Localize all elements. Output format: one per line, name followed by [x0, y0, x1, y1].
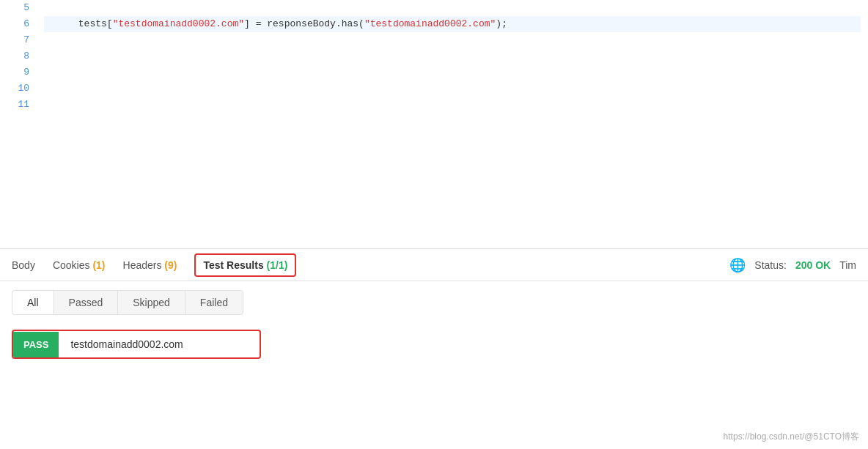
line-num-5: 5 [7, 0, 29, 16]
tab-headers[interactable]: Headers (9) [123, 252, 177, 278]
code-editor: 5 6 7 8 9 10 11 tests["testdomainadd0002… [0, 0, 868, 249]
line-num-6: 6 [7, 16, 29, 32]
test-result-row: PASS testdomainadd0002.com [12, 330, 261, 359]
filter-bar: All Passed Skipped Failed [0, 281, 868, 324]
status-label: Status: [754, 259, 787, 271]
code-line-11 [44, 97, 861, 113]
tab-cookies[interactable]: Cookies (1) [53, 252, 106, 278]
tab-bar: Body Cookies (1) Headers (9) Test Result… [0, 249, 868, 281]
line-num-7: 7 [7, 32, 29, 48]
filter-failed[interactable]: Failed [185, 290, 243, 315]
line-num-8: 8 [7, 48, 29, 64]
code-line-9 [44, 64, 861, 81]
globe-icon: 🌐 [729, 257, 746, 273]
status-time: Tim [839, 259, 856, 271]
code-line-8 [44, 48, 861, 64]
tab-body[interactable]: Body [12, 252, 35, 278]
filter-all[interactable]: All [12, 290, 54, 315]
line-num-10: 10 [7, 81, 29, 97]
code-line-10 [44, 81, 861, 97]
filter-skipped[interactable]: Skipped [117, 290, 185, 315]
watermark: https://blog.csdn.net/@51CTO博客 [724, 431, 859, 443]
line-num-11: 11 [7, 97, 29, 113]
status-area: 🌐 Status: 200 OK Tim [729, 257, 856, 273]
code-line-7 [44, 32, 861, 48]
results-area: PASS testdomainadd0002.com [0, 330, 868, 359]
test-name: testdomainadd0002.com [59, 331, 194, 357]
tab-test-results[interactable]: Test Results (1/1) [194, 253, 296, 277]
status-ok: 200 OK [795, 259, 831, 271]
filter-passed[interactable]: Passed [54, 290, 118, 315]
line-num-9: 9 [7, 64, 29, 81]
line-numbers: 5 6 7 8 9 10 11 [0, 0, 37, 248]
pass-badge: PASS [13, 332, 59, 357]
code-line-5: tests["testdomainadd0002.com"] = respons… [44, 0, 861, 16]
code-content[interactable]: tests["testdomainadd0002.com"] = respons… [37, 0, 868, 248]
